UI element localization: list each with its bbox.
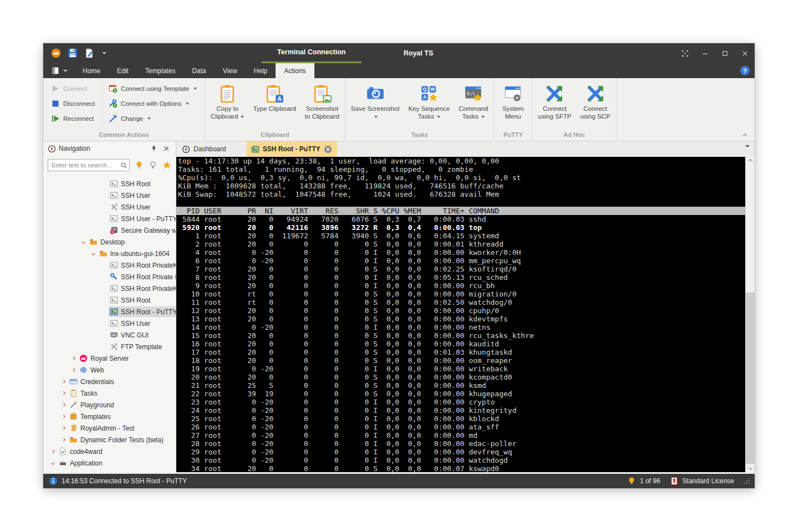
ribbon-groups: ConnectDisconnectReconnectConnect using …	[43, 78, 617, 141]
tree-item-dynamic-folder-tests-beta[interactable]: Dynamic Folder Tests (beta)	[43, 434, 176, 446]
ribbon-button-command-tasks[interactable]: C:\CommandTasks	[454, 79, 492, 120]
ribbon-button-copy-to-clipboard[interactable]: Copy toClipboard	[206, 79, 248, 120]
scroll-up-icon[interactable]	[746, 157, 755, 165]
application-menu-button[interactable]	[43, 63, 74, 78]
navigation-tree: SSH RootSSH UserSSH UserSSH User - PuTTY…	[43, 175, 176, 472]
collapsed-chevron-icon[interactable]	[59, 427, 68, 429]
terminal-scrollbar[interactable]	[745, 157, 755, 472]
ribbon-button-connect-using-template[interactable]: Connect using Template	[104, 81, 201, 96]
tree-item-ssh-root-private-key[interactable]: SSH Root Private Key	[43, 271, 176, 283]
terminal-line: 17 root 20 0 0 0 0 S 0,0 0,0 0:01.03 khu…	[176, 348, 745, 356]
collapsed-chevron-icon[interactable]	[59, 392, 68, 395]
terminal-line: 27 root 0 -20 0 0 0 I 0,0 0,0 0:00.00 md	[176, 431, 745, 439]
tree-item-ssh-user[interactable]: SSH User	[43, 318, 176, 329]
info-icon	[49, 477, 58, 485]
terminal-line: 5844 root 20 0 94924 7020 6076 S 0,3 0,7…	[176, 215, 745, 223]
collapsed-chevron-icon[interactable]	[59, 403, 68, 406]
ribbon-button-system-menu[interactable]: SystemMenu	[495, 79, 531, 120]
scrollbar-thumb[interactable]	[746, 293, 755, 464]
save-icon[interactable]	[68, 48, 78, 58]
tree-item-ftp-template[interactable]: FTP Template	[43, 341, 176, 352]
terminal-line: 1 root 20 0 119672 5784 3940 S 0,0 0,6 0…	[176, 232, 745, 240]
ribbon-button-change[interactable]: Change	[104, 111, 201, 126]
expanded-chevron-icon[interactable]	[48, 462, 58, 464]
menu-tab-home[interactable]: Home	[74, 63, 109, 78]
tree-item-royal-server[interactable]: Royal Server	[43, 352, 176, 364]
royal-ts-window: Terminal Connection Royal TS HomeEditTem…	[43, 43, 755, 488]
bulb-outline-icon[interactable]	[149, 161, 157, 170]
collapsed-chevron-icon[interactable]	[59, 380, 68, 383]
ribbon-button-save-screenshot[interactable]: Save Screenshot	[347, 79, 404, 120]
tree-item-ssh-user-putty[interactable]: SSH User - PuTTY	[43, 213, 176, 224]
favorites-star-icon[interactable]	[162, 161, 171, 170]
help-button[interactable]: ?	[740, 66, 750, 75]
close-button[interactable]	[735, 43, 755, 63]
tree-item-ssh-root-putty[interactable]: SSH Root - PuTTY	[43, 306, 176, 318]
fullscreen-button[interactable]	[675, 43, 695, 63]
maximize-button[interactable]	[715, 43, 735, 63]
ribbon-button-connect-with-options[interactable]: Connect with Options	[104, 96, 201, 111]
resize-grip[interactable]	[744, 478, 750, 484]
pin-icon[interactable]	[149, 144, 159, 154]
collapsed-chevron-icon[interactable]	[69, 369, 78, 371]
ribbon-button-type-clipboard[interactable]: AType Clipboard	[248, 79, 300, 112]
scroll-down-icon[interactable]	[746, 464, 755, 472]
tree-item-vnc-gui[interactable]: VNCVNC GUI	[43, 329, 176, 341]
tree-item-lnx-ubuntu-gui-1604[interactable]: lnx-ubuntu-gui-1604	[43, 248, 176, 259]
tab-close-icon[interactable]	[324, 145, 332, 154]
search-input[interactable]	[48, 159, 130, 171]
tab-dashboard[interactable]: Dashboard	[176, 141, 232, 157]
tree-item-royaladmin-test[interactable]: RoyalAdmin - Test	[43, 422, 176, 434]
menu-tab-templates[interactable]: Templates	[137, 63, 184, 78]
ribbon-button-screenshot-to-clipboard[interactable]: Screenshotto Clipboard	[301, 79, 344, 120]
ribbon-button-key-sequence-tasks[interactable]: QWAKey SequenceTasks	[404, 79, 454, 120]
edit-document-icon[interactable]	[84, 48, 94, 58]
collapsed-chevron-icon[interactable]	[69, 357, 78, 360]
collapsed-chevron-icon[interactable]	[59, 438, 68, 441]
qat-dropdown-caret-icon[interactable]	[102, 52, 106, 54]
ribbon-button-reconnect[interactable]: Reconnect	[47, 111, 99, 126]
expanded-chevron-icon[interactable]	[79, 241, 88, 243]
expanded-chevron-icon[interactable]	[89, 252, 98, 255]
ribbon-collapse-button[interactable]	[741, 132, 748, 139]
tab-list-dropdown-icon[interactable]	[744, 147, 750, 157]
tree-item-ssh-user[interactable]: SSH User	[43, 190, 176, 201]
close-panel-icon[interactable]	[161, 144, 171, 154]
menu-tab-data[interactable]: Data	[184, 63, 214, 78]
tree-item-playground[interactable]: Playground	[43, 399, 176, 411]
tab-ssh-root-putty[interactable]: SSH Root - PuTTY	[246, 141, 337, 157]
putty-terminal[interactable]: top - 14:17:30 up 14 days, 23:38, 1 user…	[176, 157, 755, 472]
ribbon-button-disconnect[interactable]: Disconnect	[47, 96, 99, 111]
tree-item-secure-gateway-with[interactable]: Secure Gateway with	[43, 224, 176, 236]
vnc-icon: VNC	[110, 331, 118, 339]
tree-item-ssh-root-privatekey[interactable]: SSH Root PrivateKey	[43, 259, 176, 271]
tree-item-ssh-root[interactable]: SSH Root	[43, 294, 176, 306]
terminal-line: 16 root 20 0 0 0 0 S 0,0 0,0 0:00.00 kau…	[176, 340, 745, 348]
collapsed-chevron-icon[interactable]	[59, 415, 68, 418]
tree-item-templates[interactable]: Templates	[43, 411, 176, 422]
ribbon-button-connect-using-scp[interactable]: Connectusing SCP	[576, 79, 614, 120]
tree-item-code4ward[interactable]: code4ward	[43, 446, 176, 457]
terminal-line: Tasks: 161 total, 1 running, 94 sleeping…	[176, 165, 745, 173]
tree-item-ssh-root[interactable]: SSH Root	[43, 178, 176, 190]
collapsed-chevron-icon[interactable]	[48, 450, 58, 453]
camera-icon	[366, 84, 385, 103]
tree-item-ssh-root-privatekey[interactable]: SSH Root PrivateKey	[43, 283, 176, 294]
menu-tab-view[interactable]: View	[215, 63, 246, 78]
bulb-filled-icon[interactable]	[135, 161, 144, 170]
menu-tab-help[interactable]: Help	[246, 63, 276, 78]
tree-item-label: SSH User	[121, 192, 150, 200]
tree-item-web[interactable]: Web	[43, 364, 176, 376]
tree-item-application[interactable]: Application	[43, 457, 176, 469]
ribbon-group-label-putty: PuTTY	[495, 130, 531, 141]
menu-tab-edit[interactable]: Edit	[109, 63, 137, 78]
minimize-button[interactable]	[695, 43, 715, 63]
tree-item-label: Web	[90, 366, 104, 374]
tree-item-tasks[interactable]: Tasks	[43, 387, 176, 399]
tree-item-ssh-user[interactable]: SSH User	[43, 201, 176, 213]
status-bulb-icon[interactable]	[627, 477, 636, 485]
tree-item-desktop[interactable]: Desktop	[43, 236, 176, 248]
ribbon-button-connect-using-sftp[interactable]: Connectusing SFTP	[533, 79, 576, 120]
menu-tab-actions[interactable]: Actions	[276, 63, 314, 78]
tree-item-credentials[interactable]: Credentials	[43, 376, 176, 387]
